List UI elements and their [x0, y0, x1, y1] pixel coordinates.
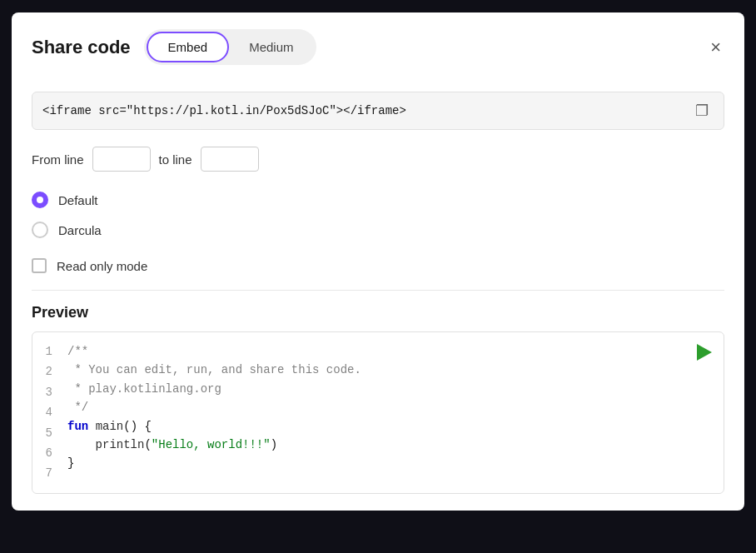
tab-embed[interactable]: Embed: [147, 32, 230, 62]
radio-darcula[interactable]: Darcula: [32, 222, 724, 238]
readonly-checkbox[interactable]: [32, 258, 47, 273]
run-icon: [697, 344, 712, 361]
copy-button[interactable]: ❐: [690, 97, 714, 125]
from-line-label: From line: [32, 152, 84, 167]
run-button[interactable]: [694, 341, 715, 364]
theme-radio-group: Default Darcula: [32, 192, 724, 238]
iframe-code-row: <iframe src="https://pl.kotl.in/Pox5dSJo…: [32, 92, 724, 130]
share-code-modal: Share code Embed Medium × <iframe src="h…: [12, 12, 744, 511]
preview-title: Preview: [32, 304, 724, 321]
to-line-input[interactable]: [201, 147, 259, 172]
to-line-label: to line: [159, 152, 192, 167]
modal-body: <iframe src="https://pl.kotl.in/Pox5dSJo…: [12, 78, 744, 511]
readonly-label: Read only mode: [57, 259, 147, 273]
modal-overlay: Share code Embed Medium × <iframe src="h…: [0, 0, 756, 553]
iframe-code-text: <iframe src="https://pl.kotl.in/Pox5dSJo…: [42, 92, 690, 129]
line-range-row: From line to line: [32, 147, 724, 172]
code-preview: 1 2 3 4 5 6 7 /** * You can edit, run, a…: [32, 331, 724, 494]
modal-header: Share code Embed Medium ×: [12, 12, 744, 78]
copy-icon: ❐: [695, 102, 709, 119]
modal-title: Share code: [32, 37, 131, 58]
close-button[interactable]: ×: [707, 35, 724, 60]
readonly-row[interactable]: Read only mode: [32, 258, 724, 273]
radio-default[interactable]: Default: [32, 192, 724, 208]
tab-group: Embed Medium: [144, 29, 316, 65]
radio-darcula-label: Darcula: [58, 223, 102, 237]
code-content: /** * You can edit, run, and share this …: [62, 342, 724, 483]
radio-darcula-circle: [32, 222, 48, 238]
line-numbers: 1 2 3 4 5 6 7: [32, 342, 62, 483]
radio-default-label: Default: [58, 193, 98, 207]
tab-medium[interactable]: Medium: [229, 32, 313, 62]
from-line-input[interactable]: [92, 147, 151, 172]
radio-default-circle: [32, 192, 48, 208]
divider: [32, 290, 724, 291]
code-preview-inner: 1 2 3 4 5 6 7 /** * You can edit, run, a…: [32, 332, 724, 493]
